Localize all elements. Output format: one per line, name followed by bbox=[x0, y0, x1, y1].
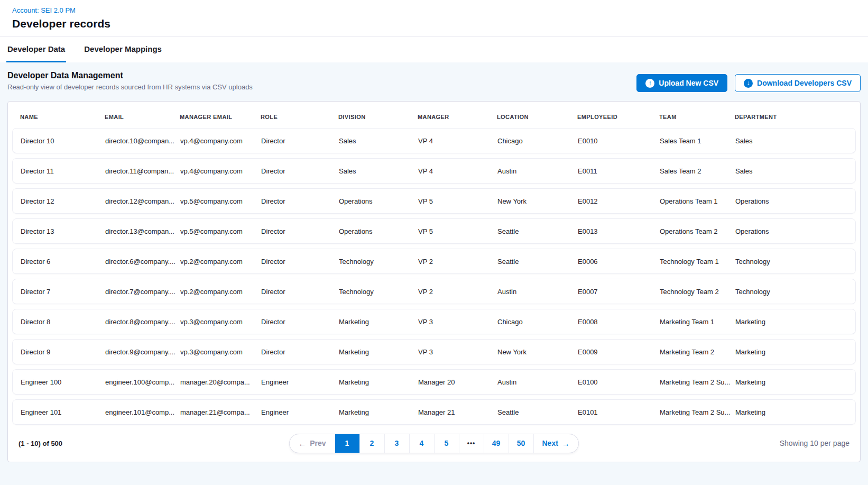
cell-email: director.8@company.... bbox=[105, 318, 180, 326]
cell-role: Director bbox=[261, 348, 339, 356]
tab-developer-mappings[interactable]: Developer Mappings bbox=[83, 37, 163, 62]
pager: ← Prev 12345•••4950 Next → bbox=[289, 434, 579, 453]
cell-department: Operations bbox=[735, 227, 850, 235]
next-label: Next bbox=[542, 439, 558, 447]
cell-department: Sales bbox=[735, 137, 850, 145]
table-row: Director 9director.9@company....vp.3@com… bbox=[12, 339, 856, 364]
cell-name: Director 11 bbox=[21, 167, 105, 175]
cell-department: Marketing bbox=[735, 378, 850, 386]
cell-location: Chicago bbox=[497, 318, 578, 326]
cell-employeeid: E0010 bbox=[578, 137, 660, 145]
cell-team: Marketing Team 1 bbox=[660, 318, 735, 326]
cell-department: Technology bbox=[735, 288, 850, 296]
table-row: Director 11director.11@compan...vp.4@com… bbox=[12, 158, 856, 184]
cell-department: Marketing bbox=[735, 318, 850, 326]
upload-csv-button[interactable]: ↑ Upload New CSV bbox=[636, 74, 727, 92]
download-icon: ↓ bbox=[744, 79, 753, 88]
cell-location: Austin bbox=[497, 288, 578, 296]
table-row: Director 12director.12@compan...vp.5@com… bbox=[12, 188, 856, 214]
cell-name: Engineer 101 bbox=[21, 408, 105, 416]
cell-name: Director 8 bbox=[21, 318, 105, 326]
cell-role: Director bbox=[261, 288, 339, 296]
tabs-bar: Developer Data Developer Mappings bbox=[0, 37, 868, 62]
cell-division: Sales bbox=[339, 137, 418, 145]
page-range-text: (1 - 10) of 500 bbox=[19, 440, 289, 447]
next-page-button[interactable]: Next → bbox=[533, 434, 578, 453]
cell-name: Director 13 bbox=[21, 227, 105, 235]
page-button-4[interactable]: 4 bbox=[409, 434, 434, 453]
cell-division: Technology bbox=[339, 258, 418, 266]
cell-division: Marketing bbox=[339, 408, 418, 416]
tab-developer-data[interactable]: Developer Data bbox=[6, 37, 66, 62]
cell-role: Director bbox=[261, 167, 339, 175]
cell-manager: VP 3 bbox=[418, 348, 497, 356]
table-header-row: NAMEEMAILMANAGER EMAILROLEDIVISIONMANAGE… bbox=[12, 106, 856, 128]
cell-email: director.11@compan... bbox=[105, 167, 180, 175]
cell-division: Sales bbox=[339, 167, 418, 175]
cell-department: Sales bbox=[735, 167, 850, 175]
cell-employeeid: E0012 bbox=[578, 197, 660, 205]
cell-division: Marketing bbox=[339, 318, 418, 326]
page-button-50[interactable]: 50 bbox=[509, 434, 533, 453]
section-header-text: Developer Data Management Read-only view… bbox=[7, 71, 253, 91]
cell-manager-email: vp.2@company.com bbox=[180, 288, 261, 296]
cell-employeeid: E0011 bbox=[578, 167, 660, 175]
cell-manager-email: manager.20@compa... bbox=[180, 378, 261, 386]
page-button-3[interactable]: 3 bbox=[384, 434, 409, 453]
cell-location: Austin bbox=[497, 167, 578, 175]
cell-location: New York bbox=[497, 197, 578, 205]
column-header-email: EMAIL bbox=[105, 114, 180, 120]
cell-team: Technology Team 1 bbox=[660, 258, 735, 266]
cell-manager: VP 3 bbox=[418, 318, 497, 326]
cell-name: Director 7 bbox=[21, 288, 105, 296]
account-breadcrumb-link[interactable]: Account: SEI 2.0 PM bbox=[12, 6, 76, 14]
cell-name: Engineer 100 bbox=[21, 378, 105, 386]
pagination-bar: (1 - 10) of 500 ← Prev 12345•••4950 Next… bbox=[12, 429, 856, 457]
download-csv-button[interactable]: ↓ Download Developers CSV bbox=[735, 74, 861, 92]
column-header-manager: MANAGER bbox=[418, 114, 497, 120]
cell-email: director.7@company.... bbox=[105, 288, 180, 296]
table-row: Director 8director.8@company....vp.3@com… bbox=[12, 309, 856, 334]
cell-location: New York bbox=[497, 348, 578, 356]
cell-manager-email: vp.3@company.com bbox=[180, 318, 261, 326]
cell-email: director.9@company.... bbox=[105, 348, 180, 356]
cell-location: Chicago bbox=[497, 137, 578, 145]
prev-label: Prev bbox=[310, 439, 326, 447]
table-row: Director 13director.13@compan...vp.5@com… bbox=[12, 218, 856, 244]
table-row: Engineer 100engineer.100@comp...manager.… bbox=[12, 369, 856, 395]
cell-employeeid: E0009 bbox=[578, 348, 660, 356]
page-button-5[interactable]: 5 bbox=[434, 434, 459, 453]
page-button-49[interactable]: 49 bbox=[484, 434, 509, 453]
cell-role: Director bbox=[261, 318, 339, 326]
cell-manager-email: vp.5@company.com bbox=[180, 197, 261, 205]
cell-department: Operations bbox=[735, 197, 850, 205]
cell-role: Director bbox=[261, 137, 339, 145]
cell-division: Operations bbox=[339, 197, 418, 205]
cell-email: director.12@compan... bbox=[105, 197, 180, 205]
main-section: Developer Data Management Read-only view… bbox=[0, 62, 868, 485]
cell-email: engineer.100@comp... bbox=[105, 378, 180, 386]
cell-employeeid: E0101 bbox=[578, 408, 660, 416]
cell-email: director.10@compan... bbox=[105, 137, 180, 145]
cell-role: Engineer bbox=[261, 378, 339, 386]
table-row: Director 10director.10@compan...vp.4@com… bbox=[12, 128, 856, 153]
cell-manager-email: vp.2@company.com bbox=[180, 258, 261, 266]
column-header-team: TEAM bbox=[659, 114, 735, 120]
cell-email: director.6@company.... bbox=[105, 258, 180, 266]
page-button-2[interactable]: 2 bbox=[359, 434, 384, 453]
page-button-1[interactable]: 1 bbox=[335, 434, 359, 453]
cell-role: Director bbox=[261, 197, 339, 205]
prev-page-button[interactable]: ← Prev bbox=[290, 434, 334, 453]
cell-location: Seattle bbox=[497, 258, 578, 266]
cell-team: Operations Team 2 bbox=[660, 227, 735, 235]
page-title: Developer records bbox=[12, 17, 856, 30]
cell-employeeid: E0013 bbox=[578, 227, 660, 235]
cell-manager: Manager 21 bbox=[418, 408, 497, 416]
cell-division: Operations bbox=[339, 227, 418, 235]
section-subtitle: Read-only view of developer records sour… bbox=[7, 83, 253, 91]
cell-employeeid: E0007 bbox=[578, 288, 660, 296]
cell-division: Marketing bbox=[339, 348, 418, 356]
cell-manager-email: vp.5@company.com bbox=[180, 227, 261, 235]
cell-manager: VP 2 bbox=[418, 258, 497, 266]
cell-manager: VP 4 bbox=[418, 167, 497, 175]
